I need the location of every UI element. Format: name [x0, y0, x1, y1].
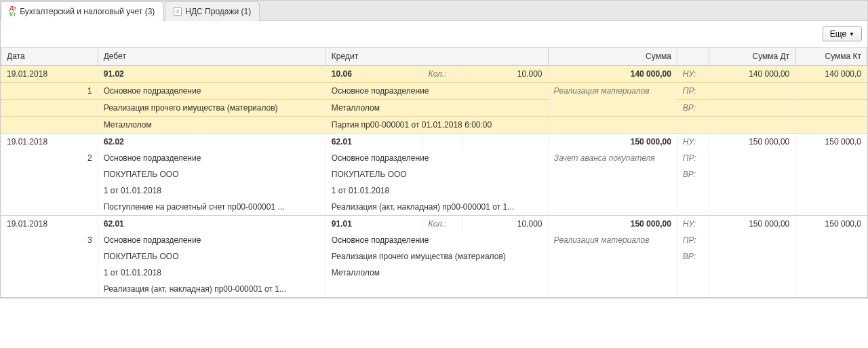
- table-row[interactable]: 1 от 01.01.2018 1 от 01.01.2018: [1, 182, 867, 199]
- cell-debet-acc: 91.02: [98, 66, 326, 83]
- cell-kredit-sub: Реализация (акт, накладная) пр00-000001 …: [326, 199, 548, 216]
- cell-kol-val: [462, 134, 548, 151]
- cell-kredit-sub: Основное подразделение: [326, 150, 548, 166]
- cell-vr-label: ВР:: [677, 248, 709, 265]
- cell-pr-label: ПР:: [677, 232, 709, 248]
- tab-bar: ДтКт Бухгалтерский и налоговый учет (3) …: [1, 1, 867, 21]
- cell-kredit-sub: ПОКУПАТЕЛЬ ООО: [326, 166, 548, 182]
- cell-nu-label: НУ:: [677, 134, 709, 151]
- table-row[interactable]: 19.01.2018 91.02 10.06 Кол.: 10,000 140 …: [1, 66, 867, 83]
- table-row[interactable]: Реализация прочего имущества (материалов…: [1, 100, 867, 117]
- cell-debet-acc: 62.01: [98, 216, 326, 233]
- cell-rownum: 2: [1, 150, 98, 166]
- cell-kredit-sub: Металлолом: [326, 265, 548, 281]
- cell-kol-label: Кол.:: [422, 216, 462, 233]
- cell-rownum: 3: [1, 232, 98, 248]
- cell-comment: Реализация материалов: [548, 83, 677, 117]
- table-row[interactable]: 3 Основное подразделение Основное подраз…: [1, 232, 867, 248]
- table-row[interactable]: 19.01.2018 62.02 62.01 150 000,00 НУ: 15…: [1, 134, 867, 151]
- cell-kol-label: Кол.:: [422, 66, 462, 83]
- cell-kredit-acc: 62.01: [326, 134, 422, 151]
- cell-debet-sub: ПОКУПАТЕЛЬ ООО: [98, 166, 326, 182]
- table-row[interactable]: Поступление на расчетный счет пр00-00000…: [1, 199, 867, 216]
- cell-sumdt: 150 000,00: [709, 134, 795, 151]
- cell-comment: Зачет аванса покупателя: [548, 150, 677, 182]
- cell-kol-val: 10,000: [462, 216, 548, 233]
- cell-kredit-acc: 10.06: [326, 66, 422, 83]
- table-row[interactable]: 19.01.2018 62.01 91.01 Кол.: 10,000 150 …: [1, 216, 867, 233]
- cell-date: 19.01.2018: [1, 66, 98, 83]
- cell-sumdt: 140 000,00: [709, 66, 795, 83]
- cell-kredit-acc: 91.01: [326, 216, 422, 233]
- cell-kredit-sub: Реализация прочего имущества (материалов…: [326, 248, 548, 265]
- debit-credit-icon: ДтКт: [9, 5, 16, 18]
- cell-debet-sub: Поступление на расчетный счет пр00-00000…: [98, 199, 326, 216]
- cell-pr-label: ПР:: [677, 83, 709, 100]
- toolbar: Еще ▼: [1, 21, 867, 47]
- cell-debet-sub: Основное подразделение: [98, 232, 326, 248]
- table-row[interactable]: 1 от 01.01.2018 Металлолом: [1, 265, 867, 281]
- cell-sum: 140 000,00: [548, 66, 677, 83]
- cell-sumdt: 150 000,00: [709, 216, 795, 233]
- cell-debet-sub: Реализация прочего имущества (материалов…: [98, 100, 326, 117]
- cell-pr-label: ПР:: [677, 150, 709, 166]
- table-row[interactable]: Реализация (акт, накладная) пр00-000001 …: [1, 281, 867, 298]
- cell-kredit-sub: Основное подразделение: [326, 83, 548, 100]
- cell-kredit-sub: Партия пр00-000001 от 01.01.2018 6:00:00: [326, 117, 548, 134]
- cell-vr-label: ВР:: [677, 100, 709, 117]
- cell-debet-sub: Основное подразделение: [98, 150, 326, 166]
- table-row[interactable]: ПОКУПАТЕЛЬ ООО ПОКУПАТЕЛЬ ООО ВР:: [1, 166, 867, 182]
- cell-kredit-sub: [326, 281, 548, 298]
- cell-debet-sub: ПОКУПАТЕЛЬ ООО: [98, 248, 326, 265]
- tab-label: НДС Продажи (1): [185, 7, 251, 16]
- cell-debet-acc: 62.02: [98, 134, 326, 151]
- table-row[interactable]: ПОКУПАТЕЛЬ ООО Реализация прочего имущес…: [1, 248, 867, 265]
- dropdown-arrow-icon: ▼: [849, 31, 854, 37]
- cell-vr-label: ВР:: [677, 166, 709, 182]
- cell-kol-label: [422, 134, 462, 151]
- cell-comment: Реализация материалов: [548, 232, 677, 265]
- cell-debet-sub: 1 от 01.01.2018: [98, 265, 326, 281]
- cell-date: 19.01.2018: [1, 134, 98, 151]
- col-date[interactable]: Дата: [1, 47, 98, 66]
- col-sum[interactable]: Сумма: [548, 47, 677, 66]
- cell-rownum: 1: [1, 83, 98, 100]
- tab-label: Бухгалтерский и налоговый учет (3): [20, 7, 155, 16]
- tab-accounting[interactable]: ДтКт Бухгалтерский и налоговый учет (3): [1, 1, 163, 21]
- cell-kredit-sub: Основное подразделение: [326, 232, 548, 248]
- table-row[interactable]: Металлолом Партия пр00-000001 от 01.01.2…: [1, 117, 867, 134]
- col-debet[interactable]: Дебет: [98, 47, 326, 66]
- cell-debet-sub: Основное подразделение: [98, 83, 326, 100]
- cell-sum: 150 000,00: [548, 134, 677, 151]
- cell-nu-label: НУ:: [677, 216, 709, 233]
- cell-debet-sub: 1 от 01.01.2018: [98, 182, 326, 199]
- more-label: Еще: [830, 29, 846, 39]
- table-row[interactable]: 1 Основное подразделение Основное подраз…: [1, 83, 867, 100]
- more-button[interactable]: Еще ▼: [823, 26, 862, 41]
- posting-table[interactable]: Дата Дебет Кредит Сумма Сумма Дт Сумма К…: [1, 47, 867, 298]
- cell-debet-sub: Реализация (акт, накладная) пр00-000001 …: [98, 281, 326, 298]
- cell-sumkt: 150 000,0: [795, 216, 867, 233]
- cell-date: 19.01.2018: [1, 216, 98, 233]
- cell-sumkt: 140 000,0: [795, 66, 867, 83]
- cell-debet-sub: Металлолом: [98, 117, 326, 134]
- col-sumkt[interactable]: Сумма Кт: [795, 47, 867, 66]
- table-row[interactable]: 2 Основное подразделение Основное подраз…: [1, 150, 867, 166]
- cell-kredit-sub: Металлолом: [326, 100, 548, 117]
- document-icon: ≡: [174, 7, 182, 16]
- col-kredit[interactable]: Кредит: [326, 47, 548, 66]
- cell-kol-val: 10,000: [462, 66, 548, 83]
- cell-kredit-sub: 1 от 01.01.2018: [326, 182, 548, 199]
- cell-sum: 150 000,00: [548, 216, 677, 233]
- cell-nu-label: НУ:: [677, 66, 709, 83]
- col-blank: [677, 47, 709, 66]
- tab-nds-sales[interactable]: ≡ НДС Продажи (1): [165, 1, 260, 21]
- col-sumdt[interactable]: Сумма Дт: [709, 47, 795, 66]
- cell-sumkt: 150 000,0: [795, 134, 867, 151]
